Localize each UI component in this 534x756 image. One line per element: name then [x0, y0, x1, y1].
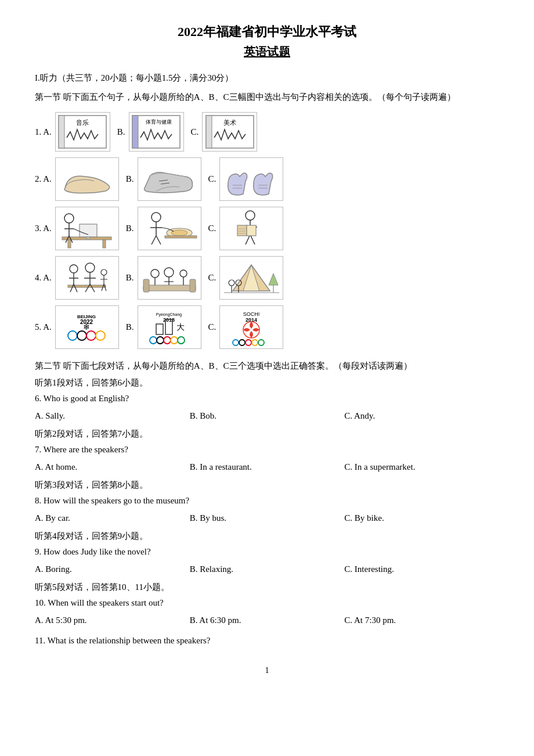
- q1-label: 1. A.: [35, 127, 52, 137]
- q11-text: 11. What is the relationship between the…: [35, 633, 499, 649]
- question2-row: 2. A. B. C.: [35, 156, 499, 202]
- q4-c-label: C.: [208, 273, 217, 283]
- q4-img-b: [138, 256, 201, 300]
- q5-img-b: PyeongChang 2018 大: [138, 305, 201, 349]
- q10-opt-c: C. At 7:30 pm.: [344, 613, 499, 628]
- q8-text: 8. How will the speakers go to the museu…: [35, 493, 499, 509]
- svg-point-62: [164, 337, 171, 344]
- q1-option-c: C. 美术: [191, 111, 259, 153]
- question3-row: 3. A. B.: [35, 206, 499, 251]
- svg-point-60: [150, 337, 157, 344]
- svg-point-68: [233, 340, 239, 345]
- q2-img-a: [55, 157, 119, 201]
- q9-text: 9. How does Judy like the novel?: [35, 544, 499, 560]
- q3-c-label: C.: [208, 224, 217, 233]
- q6-opt-a: A. Sally.: [35, 408, 190, 424]
- svg-rect-37: [190, 279, 196, 292]
- svg-point-23: [171, 230, 187, 236]
- q5-option-a: 5. A. BEIJING 2022 ❄: [35, 304, 120, 350]
- section2-intro: 第二节 听下面七段对话，从每小题所给的A、B、C三个选项中选出正确答案。（每段对…: [35, 358, 499, 374]
- q9: 9. How does Judy like the novel? A. Bori…: [35, 544, 499, 577]
- svg-text:2018: 2018: [163, 317, 175, 323]
- q3-option-c: C.: [208, 206, 285, 251]
- q2-label: 2. A.: [35, 174, 52, 184]
- q1-img-b: 体育与健康: [129, 112, 184, 152]
- q8-options: A. By car. B. By bus. C. By bike.: [35, 510, 499, 526]
- q7: 7. Where are the speakers? A. At home. B…: [35, 442, 499, 475]
- q2-b-label: B.: [126, 174, 134, 184]
- q6-opt-b: B. Bob.: [190, 408, 345, 424]
- q2-img-c: [219, 157, 283, 201]
- svg-point-40: [180, 270, 187, 277]
- q7-text: 7. Where are the speakers?: [35, 442, 499, 458]
- svg-point-25: [246, 211, 255, 220]
- q10-opt-b: B. At 6:30 pm.: [190, 613, 345, 628]
- svg-text:美术: 美术: [223, 119, 236, 126]
- q1-option-b: B. 体育与健康: [117, 111, 185, 153]
- svg-point-63: [171, 337, 178, 344]
- q4-img-a: [55, 256, 119, 300]
- svg-rect-35: [143, 285, 196, 291]
- svg-text:大: 大: [176, 322, 185, 332]
- q10-text: 10. When will the speakers start out?: [35, 595, 499, 611]
- q1-option-a: 1. A. 音乐: [35, 111, 111, 153]
- q5-option-c: C. SOCHI 2014: [208, 304, 285, 350]
- svg-text:音乐: 音乐: [76, 119, 89, 126]
- svg-point-39: [164, 268, 174, 277]
- q6: 6. Who is good at English? A. Sally. B. …: [35, 391, 499, 424]
- q8-opt-b: B. By bus.: [190, 510, 345, 526]
- q6-opt-c: C. Andy.: [344, 408, 499, 424]
- section1-intro: I.听力（共三节，20小题；每小题1.5分，满分30分）: [35, 70, 499, 86]
- svg-point-34: [101, 269, 107, 275]
- svg-point-38: [151, 269, 159, 278]
- q5-b-label: B.: [126, 322, 134, 332]
- q11: 11. What is the relationship between the…: [35, 633, 499, 649]
- q7-opt-a: A. At home.: [35, 459, 190, 475]
- svg-point-50: [68, 331, 77, 340]
- svg-rect-18: [80, 224, 97, 237]
- q2-option-c: C.: [208, 156, 285, 202]
- q5-img-c: SOCHI 2014: [219, 305, 283, 349]
- svg-point-64: [178, 337, 185, 344]
- q7-opt-b: B. In a restaurant.: [190, 459, 345, 475]
- svg-point-61: [157, 337, 164, 344]
- q1-img-a: 音乐: [55, 112, 110, 152]
- svg-text:体育与健康: 体育与健康: [146, 119, 172, 125]
- svg-rect-7: [206, 116, 212, 148]
- svg-point-33: [85, 263, 95, 272]
- svg-rect-19: [86, 237, 90, 239]
- page-subtitle: 英语试题: [35, 44, 499, 60]
- question4-row: 4. A. B.: [35, 255, 499, 301]
- svg-rect-4: [132, 116, 138, 148]
- page-title: 2022年福建省初中学业水平考试: [35, 23, 499, 41]
- svg-rect-1: [59, 116, 64, 148]
- q3-b-label: B.: [126, 224, 134, 233]
- q5-img-a: BEIJING 2022 ❄: [55, 305, 119, 349]
- q4-option-b: B.: [126, 255, 203, 301]
- svg-point-70: [246, 340, 251, 345]
- q4-img-c: [219, 256, 283, 300]
- svg-point-53: [96, 331, 105, 340]
- svg-rect-16: [68, 240, 71, 248]
- q8-opt-a: A. By car.: [35, 510, 190, 526]
- svg-rect-57: [156, 324, 163, 334]
- q1-b-label: B.: [117, 127, 125, 137]
- dialogue4-header: 听第4段对话，回答第9小题。: [35, 531, 499, 542]
- q8: 8. How will the speakers go to the museu…: [35, 493, 499, 526]
- svg-text:❄: ❄: [83, 322, 90, 332]
- q7-options: A. At home. B. In a restaurant. C. In a …: [35, 459, 499, 475]
- dialogue3-header: 听第3段对话，回答第8小题。: [35, 480, 499, 491]
- svg-rect-27: [247, 225, 256, 236]
- q4-label: 4. A.: [35, 273, 52, 283]
- q4-b-label: B.: [126, 273, 134, 283]
- dialogue2-header: 听第2段对话，回答第7小题。: [35, 429, 499, 440]
- svg-rect-26: [237, 225, 247, 236]
- q10-options: A. At 5:30 pm. B. At 6:30 pm. C. At 7:30…: [35, 613, 499, 628]
- q6-options: A. Sally. B. Bob. C. Andy.: [35, 408, 499, 424]
- q1-img-c: 美术: [202, 112, 257, 152]
- svg-point-72: [258, 340, 264, 345]
- svg-rect-17: [103, 240, 106, 248]
- svg-text:SOCHI: SOCHI: [243, 311, 260, 317]
- q10-opt-a: A. At 5:30 pm.: [35, 613, 190, 628]
- q9-opt-b: B. Relaxing.: [190, 561, 345, 577]
